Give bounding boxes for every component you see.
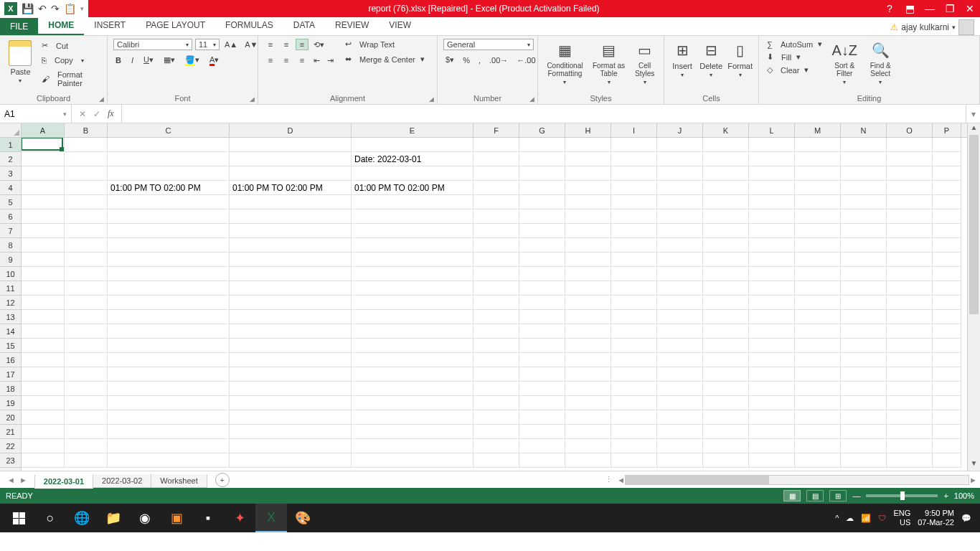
cell[interactable] [703,339,749,353]
cell[interactable] [657,339,703,353]
cell[interactable] [887,152,933,166]
cell[interactable] [230,253,352,267]
cell[interactable] [473,267,519,281]
cell[interactable] [230,209,352,224]
cell[interactable] [933,425,961,439]
cell[interactable] [108,367,230,382]
cell[interactable] [22,425,65,439]
cell[interactable] [65,410,108,425]
cell[interactable] [22,166,65,181]
cell[interactable] [887,396,933,410]
row-header[interactable]: 14 [0,324,21,339]
undo-icon[interactable]: ↶ [38,3,47,14]
select-all-button[interactable] [0,123,22,138]
taskbar-chrome[interactable]: ◉ [129,504,161,532]
cell[interactable] [108,339,230,353]
cell[interactable] [473,410,519,425]
cell[interactable] [749,281,795,296]
horizontal-scrollbar[interactable] [625,475,969,485]
cell[interactable] [352,195,473,209]
cell[interactable] [65,281,108,296]
cell[interactable] [749,296,795,310]
cell[interactable] [230,382,352,396]
cell[interactable] [841,224,887,238]
row-header[interactable]: 7 [0,224,21,238]
autosum-button[interactable]: ∑ AutoSum ▾ [765,39,824,50]
merge-center-button[interactable]: ⬌ Merge & Center ▾ [343,54,427,65]
cell[interactable] [611,425,657,439]
cell[interactable] [703,281,749,296]
cell[interactable] [22,410,65,425]
cell[interactable] [108,209,230,224]
cell[interactable] [887,353,933,367]
column-header[interactable]: A [22,123,65,137]
cell[interactable] [841,310,887,324]
cell[interactable] [657,367,703,382]
cell[interactable] [795,267,841,281]
cell[interactable] [352,425,473,439]
cell[interactable] [473,439,519,453]
cell[interactable] [749,267,795,281]
cell[interactable] [887,296,933,310]
cell[interactable] [703,296,749,310]
cell[interactable] [230,439,352,453]
system-tray[interactable]: ^ ☁ 📶 🛡 ENGUS 9:50 PM07-Mar-22 💬 [829,509,977,527]
cell[interactable] [795,396,841,410]
cell[interactable] [352,166,473,181]
cell[interactable] [657,281,703,296]
accounting-format-button[interactable]: $▾ [443,55,456,65]
row-header[interactable]: 18 [0,382,21,396]
cell[interactable] [749,253,795,267]
cell[interactable] [657,353,703,367]
cell[interactable] [749,382,795,396]
cell[interactable] [795,310,841,324]
cell[interactable] [473,195,519,209]
vertical-scrollbar[interactable]: ▲ ▼ [967,123,980,471]
cell[interactable] [749,367,795,382]
cell[interactable] [22,267,65,281]
formula-input[interactable] [122,105,966,123]
cell[interactable] [108,353,230,367]
cell[interactable] [703,410,749,425]
cell[interactable] [22,224,65,238]
cell[interactable] [611,453,657,468]
row-header[interactable]: 15 [0,339,21,353]
sheet-tab[interactable]: Worksheet [151,474,207,488]
taskbar-excel[interactable]: X [255,504,287,532]
cell[interactable] [887,339,933,353]
cell[interactable] [519,195,565,209]
cell[interactable]: 01:00 PM TO 02:00 PM [108,181,230,195]
cell[interactable] [841,367,887,382]
cell[interactable] [611,353,657,367]
cell[interactable] [108,253,230,267]
border-button[interactable]: ▦▾ [161,55,177,65]
row-header[interactable]: 8 [0,238,21,253]
cell[interactable] [887,224,933,238]
cell[interactable] [565,209,611,224]
cell[interactable] [65,439,108,453]
sheet-nav-last-icon[interactable]: ► [19,476,27,484]
cell[interactable] [22,253,65,267]
cell[interactable] [108,324,230,339]
dialog-launcher-icon[interactable]: ◢ [529,95,534,103]
cell[interactable] [230,267,352,281]
cell[interactable] [230,152,352,166]
cell[interactable] [749,209,795,224]
cell[interactable] [795,181,841,195]
cell[interactable] [933,152,961,166]
fx-icon[interactable]: fx [108,108,114,119]
tray-onedrive-icon[interactable]: ☁ [846,514,854,523]
font-size-select[interactable]: 11▾ [195,39,220,50]
column-header[interactable]: G [519,123,565,137]
scroll-up-icon[interactable]: ▲ [968,123,980,135]
cell[interactable] [749,396,795,410]
font-color-button[interactable]: A▾ [207,55,221,65]
cell[interactable] [352,253,473,267]
cell[interactable] [473,181,519,195]
cell[interactable] [841,166,887,181]
cells-area[interactable]: Date: 2022-03-0101:00 PM TO 02:00 PM01:0… [22,138,967,471]
cell[interactable] [841,253,887,267]
cell[interactable] [565,224,611,238]
format-painter-button[interactable]: 🖌 Format Painter [39,70,101,88]
row-header[interactable]: 21 [0,425,21,439]
